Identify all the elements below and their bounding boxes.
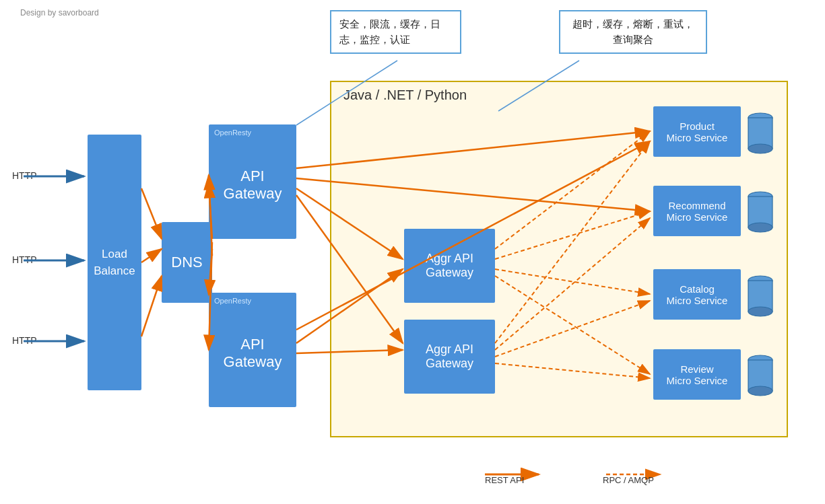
- api-gateway-top-label: API Gateway: [224, 168, 282, 203]
- dns-label: DNS: [171, 254, 202, 271]
- db-review: [746, 352, 774, 399]
- svg-line-18: [141, 188, 162, 239]
- api-gateway-top-box: OpenResty API Gateway: [209, 124, 296, 239]
- svg-point-8: [748, 307, 772, 316]
- ms-review-label: Review Micro Service: [667, 363, 728, 386]
- aggr-gateway-bottom-box: Aggr API Gateway: [404, 320, 495, 394]
- load-balance-box: Load Balance: [88, 135, 141, 390]
- svg-point-11: [748, 386, 772, 396]
- ms-catalog-box: Catalog Micro Service: [653, 269, 741, 320]
- aggr-gateway-top-label: Aggr API Gateway: [426, 252, 473, 280]
- db-recommend: [746, 188, 774, 236]
- db-product: [746, 110, 774, 157]
- api-gateway-top-sub-label: OpenResty: [214, 129, 251, 137]
- ms-product-box: Product Micro Service: [653, 106, 741, 157]
- ms-review-box: Review Micro Service: [653, 349, 741, 400]
- svg-line-20: [141, 276, 162, 336]
- info-box-left-text: 安全，限流，缓存，日志，监控，认证: [339, 18, 440, 45]
- ms-recommend-box: Recommend Micro Service: [653, 186, 741, 236]
- ms-recommend-label: Recommend Micro Service: [667, 200, 728, 223]
- svg-point-5: [748, 223, 772, 232]
- api-gateway-bottom-label: API Gateway: [224, 336, 282, 371]
- watermark: Design by savorboard: [20, 8, 99, 17]
- http-label-2: HTTP: [12, 254, 37, 265]
- rest-api-label: REST API: [485, 475, 524, 485]
- info-box-left: 安全，限流，缓存，日志，监控，认证: [330, 10, 461, 54]
- ms-catalog-label: Catalog Micro Service: [667, 283, 728, 306]
- svg-line-19: [141, 249, 162, 262]
- info-box-right-text: 超时，缓存，熔断，重试，查询聚合: [572, 18, 694, 45]
- dns-box: DNS: [162, 222, 212, 303]
- java-label: Java / .NET / Python: [343, 87, 467, 103]
- api-gateway-bottom-box: OpenResty API Gateway: [209, 293, 296, 407]
- load-balance-label: Load Balance: [94, 246, 135, 280]
- rpc-amqp-label: RPC / AMQP: [603, 475, 654, 485]
- ms-product-label: Product Micro Service: [667, 120, 728, 143]
- http-label-3: HTTP: [12, 335, 37, 346]
- info-box-right: 超时，缓存，熔断，重试，查询聚合: [559, 10, 707, 54]
- db-catalog: [746, 273, 774, 320]
- aggr-gateway-top-box: Aggr API Gateway: [404, 229, 495, 303]
- svg-point-2: [748, 144, 772, 153]
- http-label-1: HTTP: [12, 170, 37, 181]
- api-gateway-bottom-sub-label: OpenResty: [214, 297, 251, 305]
- aggr-gateway-bottom-label: Aggr API Gateway: [426, 343, 473, 371]
